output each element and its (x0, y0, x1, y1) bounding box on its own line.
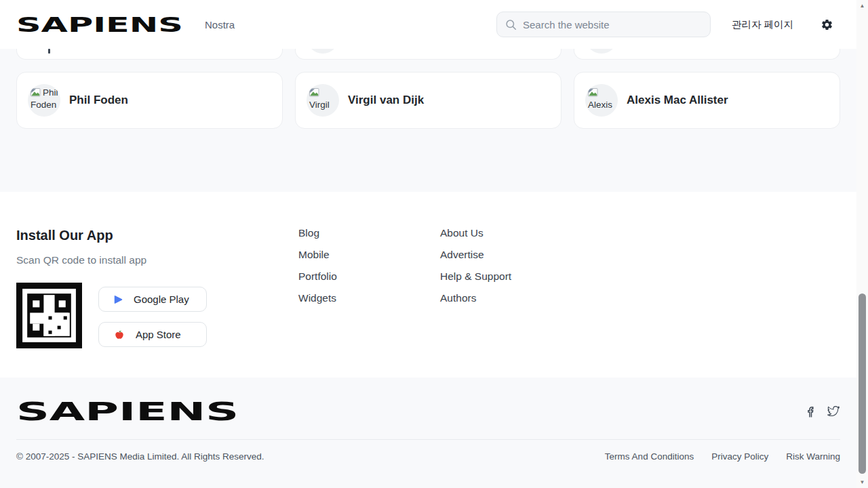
player-name: Alexis Mac Allister (627, 94, 728, 107)
navbar: SAPIENS Nostra 관리자 페이지 (0, 0, 856, 49)
footer-link-authors[interactable]: Authors (440, 293, 840, 304)
search-input[interactable] (496, 12, 711, 37)
install-app-heading: Install Our App (16, 228, 298, 243)
footer-link-about-us[interactable]: About Us (440, 228, 840, 239)
social-links (802, 405, 840, 418)
footer-links-column-1: Blog Mobile Portfolio Widgets (298, 192, 440, 378)
facebook-icon (802, 405, 814, 418)
cut-off-text-remnant (48, 49, 50, 54)
scrollbar-down-arrow[interactable]: ▼ (856, 479, 868, 485)
scrollbar[interactable]: ▲ ▼ (856, 0, 868, 488)
avatar (307, 49, 339, 54)
install-app-subtitle: Scan QR code to install app (16, 254, 298, 266)
privacy-policy-link[interactable]: Privacy Policy (711, 451, 768, 462)
footer-bottom: SAPIENS © 2007-2025 - SAPIENS Media Limi… (0, 378, 856, 488)
cut-off-card-row (16, 49, 840, 60)
cut-off-card[interactable] (574, 49, 840, 60)
broken-image-icon (588, 88, 599, 97)
search-field[interactable] (523, 19, 702, 30)
avatar: Alexis (585, 84, 618, 117)
broken-image-icon (309, 88, 320, 97)
twitter-icon (827, 405, 840, 418)
footer-link-mobile[interactable]: Mobile (298, 249, 440, 260)
settings-button[interactable] (821, 18, 834, 31)
play-triangle-icon (114, 295, 123, 304)
footer-top: Install Our App Scan QR code to install … (0, 192, 856, 378)
player-name: Phil Foden (69, 94, 128, 107)
google-play-button[interactable]: Google Play (98, 287, 207, 312)
terms-link[interactable]: Terms And Conditions (605, 451, 694, 462)
google-play-label: Google Play (134, 293, 189, 305)
avatar: Virgil (307, 84, 339, 117)
player-card[interactable]: Alexis Alexis Mac Allister (574, 72, 840, 129)
footer-logo-text: SAPIENS (16, 398, 239, 425)
app-store-label: App Store (136, 329, 181, 340)
search-icon (505, 19, 517, 30)
twitter-link[interactable] (827, 405, 840, 418)
footer-divider (16, 439, 840, 440)
player-card[interactable]: Virgil Virgil van Dijk (295, 72, 561, 129)
qr-code (16, 283, 82, 348)
footer-link-blog[interactable]: Blog (298, 228, 440, 239)
install-app-section: Install Our App Scan QR code to install … (16, 192, 298, 378)
footer-link-widgets[interactable]: Widgets (298, 293, 440, 304)
avatar: Phil Foden (28, 84, 60, 117)
site-subtitle: Nostra (205, 19, 235, 30)
avatar (585, 49, 618, 54)
player-card-row: Phil Foden Phil Foden Virgil Virgil van … (16, 72, 840, 129)
facebook-link[interactable] (802, 405, 814, 418)
cut-off-card[interactable] (16, 49, 283, 60)
sapiens-logo-text: SAPIENS (16, 13, 183, 36)
scrollbar-thumb[interactable] (859, 293, 866, 474)
broken-image-icon (31, 88, 41, 97)
footer-links-column-2: About Us Advertise Help & Support Author… (440, 192, 840, 378)
player-card[interactable]: Phil Foden Phil Foden (16, 72, 283, 129)
admin-page-link[interactable]: 관리자 페이지 (732, 18, 793, 31)
gear-icon (821, 18, 833, 31)
footer-link-portfolio[interactable]: Portfolio (298, 271, 440, 282)
player-name: Virgil van Dijk (348, 94, 424, 107)
risk-warning-link[interactable]: Risk Warning (786, 451, 840, 462)
avatar-alt-text: Virgil (309, 100, 330, 110)
main-content: Phil Foden Phil Foden Virgil Virgil van … (0, 49, 856, 129)
avatar-alt-text: Alexis (588, 100, 612, 110)
apple-icon (114, 329, 125, 340)
footer-link-advertise[interactable]: Advertise (440, 249, 840, 260)
cut-off-card[interactable] (295, 49, 561, 60)
app-store-button[interactable]: App Store (98, 322, 207, 347)
scrollbar-up-arrow[interactable]: ▲ (856, 3, 868, 9)
page: SAPIENS Nostra 관리자 페이지 Phil Foden (0, 0, 868, 488)
copyright-text: © 2007-2025 - SAPIENS Media Limited. All… (16, 451, 264, 462)
sapiens-logo[interactable]: SAPIENS (16, 13, 186, 36)
legal-links: Terms And Conditions Privacy Policy Risk… (605, 451, 840, 462)
footer-sapiens-logo: SAPIENS (16, 398, 241, 425)
footer-link-help-support[interactable]: Help & Support (440, 271, 840, 282)
